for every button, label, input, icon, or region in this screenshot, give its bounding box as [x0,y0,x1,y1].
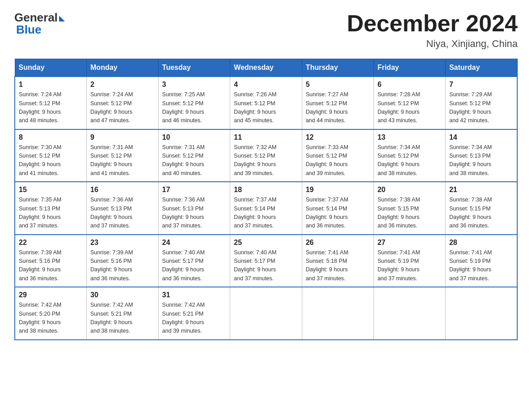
header-wednesday: Wednesday [230,59,302,77]
calendar-cell: 11Sunrise: 7:32 AMSunset: 5:12 PMDayligh… [230,129,302,182]
day-info: Sunrise: 7:36 AMSunset: 5:13 PMDaylight:… [90,196,154,231]
week-row-2: 8Sunrise: 7:30 AMSunset: 5:12 PMDaylight… [15,129,517,182]
header-tuesday: Tuesday [159,59,230,77]
calendar-cell [446,287,517,340]
day-info: Sunrise: 7:42 AMSunset: 5:21 PMDaylight:… [90,301,154,336]
calendar-cell: 6Sunrise: 7:28 AMSunset: 5:12 PMDaylight… [373,77,445,129]
calendar-cell: 14Sunrise: 7:34 AMSunset: 5:13 PMDayligh… [446,129,517,182]
header-sunday: Sunday [15,59,86,77]
day-info: Sunrise: 7:39 AMSunset: 5:16 PMDaylight:… [90,248,154,283]
day-number: 21 [449,186,513,194]
calendar-cell: 22Sunrise: 7:39 AMSunset: 5:16 PMDayligh… [15,235,86,287]
day-number: 24 [162,239,226,247]
week-row-3: 15Sunrise: 7:35 AMSunset: 5:13 PMDayligh… [15,182,517,235]
calendar-cell: 4Sunrise: 7:26 AMSunset: 5:12 PMDaylight… [230,77,302,129]
day-info: Sunrise: 7:36 AMSunset: 5:13 PMDaylight:… [162,196,226,231]
header-friday: Friday [373,59,445,77]
calendar-header-row: SundayMondayTuesdayWednesdayThursdayFrid… [15,59,517,77]
day-number: 11 [234,133,298,141]
day-number: 29 [19,291,83,299]
header-thursday: Thursday [302,59,373,77]
day-number: 13 [378,133,442,141]
day-info: Sunrise: 7:41 AMSunset: 5:19 PMDaylight:… [449,248,513,283]
day-info: Sunrise: 7:42 AMSunset: 5:20 PMDaylight:… [19,301,83,336]
day-number: 4 [234,81,298,89]
day-info: Sunrise: 7:33 AMSunset: 5:12 PMDaylight:… [306,143,370,178]
day-info: Sunrise: 7:42 AMSunset: 5:21 PMDaylight:… [162,301,226,336]
day-number: 31 [162,291,226,299]
week-row-1: 1Sunrise: 7:24 AMSunset: 5:12 PMDaylight… [15,77,517,129]
day-number: 26 [306,239,370,247]
day-number: 3 [162,81,226,89]
day-info: Sunrise: 7:40 AMSunset: 5:17 PMDaylight:… [234,248,298,283]
day-number: 12 [306,133,370,141]
calendar-cell [373,287,445,340]
calendar-cell: 18Sunrise: 7:37 AMSunset: 5:14 PMDayligh… [230,182,302,235]
calendar-cell [302,287,373,340]
day-info: Sunrise: 7:24 AMSunset: 5:12 PMDaylight:… [19,90,83,125]
day-info: Sunrise: 7:34 AMSunset: 5:13 PMDaylight:… [449,143,513,178]
calendar-title: December 2024 [347,11,518,36]
day-number: 28 [449,239,513,247]
calendar-cell: 19Sunrise: 7:37 AMSunset: 5:14 PMDayligh… [302,182,373,235]
day-info: Sunrise: 7:26 AMSunset: 5:12 PMDaylight:… [234,90,298,125]
calendar-cell: 27Sunrise: 7:41 AMSunset: 5:19 PMDayligh… [373,235,445,287]
calendar-cell: 7Sunrise: 7:29 AMSunset: 5:12 PMDaylight… [446,77,517,129]
logo: General Blue [14,11,65,37]
calendar-cell: 26Sunrise: 7:41 AMSunset: 5:18 PMDayligh… [302,235,373,287]
calendar-cell: 1Sunrise: 7:24 AMSunset: 5:12 PMDaylight… [15,77,86,129]
day-info: Sunrise: 7:37 AMSunset: 5:14 PMDaylight:… [306,196,370,231]
calendar-cell: 25Sunrise: 7:40 AMSunset: 5:17 PMDayligh… [230,235,302,287]
day-number: 18 [234,186,298,194]
day-info: Sunrise: 7:32 AMSunset: 5:12 PMDaylight:… [234,143,298,178]
day-info: Sunrise: 7:38 AMSunset: 5:15 PMDaylight:… [449,196,513,231]
calendar-cell: 10Sunrise: 7:31 AMSunset: 5:12 PMDayligh… [159,129,230,182]
day-number: 6 [378,81,442,89]
logo-triangle-icon [59,16,65,21]
day-number: 17 [162,186,226,194]
day-info: Sunrise: 7:25 AMSunset: 5:12 PMDaylight:… [162,90,226,125]
day-info: Sunrise: 7:35 AMSunset: 5:13 PMDaylight:… [19,196,83,231]
calendar-cell: 9Sunrise: 7:31 AMSunset: 5:12 PMDaylight… [86,129,158,182]
day-number: 27 [378,239,442,247]
calendar-subtitle: Niya, Xinjiang, China [347,38,518,50]
calendar-cell [230,287,302,340]
day-number: 14 [449,133,513,141]
day-number: 9 [90,133,154,141]
day-info: Sunrise: 7:37 AMSunset: 5:14 PMDaylight:… [234,196,298,231]
calendar-cell: 30Sunrise: 7:42 AMSunset: 5:21 PMDayligh… [86,287,158,340]
calendar-cell: 17Sunrise: 7:36 AMSunset: 5:13 PMDayligh… [159,182,230,235]
day-number: 1 [19,81,83,89]
day-info: Sunrise: 7:27 AMSunset: 5:12 PMDaylight:… [306,90,370,125]
calendar-cell: 12Sunrise: 7:33 AMSunset: 5:12 PMDayligh… [302,129,373,182]
day-info: Sunrise: 7:41 AMSunset: 5:18 PMDaylight:… [306,248,370,283]
calendar-cell: 13Sunrise: 7:34 AMSunset: 5:12 PMDayligh… [373,129,445,182]
calendar-cell: 28Sunrise: 7:41 AMSunset: 5:19 PMDayligh… [446,235,517,287]
day-number: 8 [19,133,83,141]
day-info: Sunrise: 7:39 AMSunset: 5:16 PMDaylight:… [19,248,83,283]
day-info: Sunrise: 7:24 AMSunset: 5:12 PMDaylight:… [90,90,154,125]
day-number: 20 [378,186,442,194]
calendar-cell: 15Sunrise: 7:35 AMSunset: 5:13 PMDayligh… [15,182,86,235]
calendar-cell: 23Sunrise: 7:39 AMSunset: 5:16 PMDayligh… [86,235,158,287]
day-info: Sunrise: 7:30 AMSunset: 5:12 PMDaylight:… [19,143,83,178]
day-info: Sunrise: 7:41 AMSunset: 5:19 PMDaylight:… [378,248,442,283]
day-number: 5 [306,81,370,89]
day-number: 30 [90,291,154,299]
day-number: 16 [90,186,154,194]
day-info: Sunrise: 7:28 AMSunset: 5:12 PMDaylight:… [378,90,442,125]
day-info: Sunrise: 7:29 AMSunset: 5:12 PMDaylight:… [449,90,513,125]
day-info: Sunrise: 7:31 AMSunset: 5:12 PMDaylight:… [90,143,154,178]
calendar-cell: 31Sunrise: 7:42 AMSunset: 5:21 PMDayligh… [159,287,230,340]
calendar-cell: 8Sunrise: 7:30 AMSunset: 5:12 PMDaylight… [15,129,86,182]
header-saturday: Saturday [446,59,517,77]
calendar-cell: 21Sunrise: 7:38 AMSunset: 5:15 PMDayligh… [446,182,517,235]
day-number: 19 [306,186,370,194]
day-number: 2 [90,81,154,89]
day-info: Sunrise: 7:40 AMSunset: 5:17 PMDaylight:… [162,248,226,283]
day-number: 25 [234,239,298,247]
calendar-cell: 20Sunrise: 7:38 AMSunset: 5:15 PMDayligh… [373,182,445,235]
day-info: Sunrise: 7:31 AMSunset: 5:12 PMDaylight:… [162,143,226,178]
day-number: 23 [90,239,154,247]
week-row-5: 29Sunrise: 7:42 AMSunset: 5:20 PMDayligh… [15,287,517,340]
